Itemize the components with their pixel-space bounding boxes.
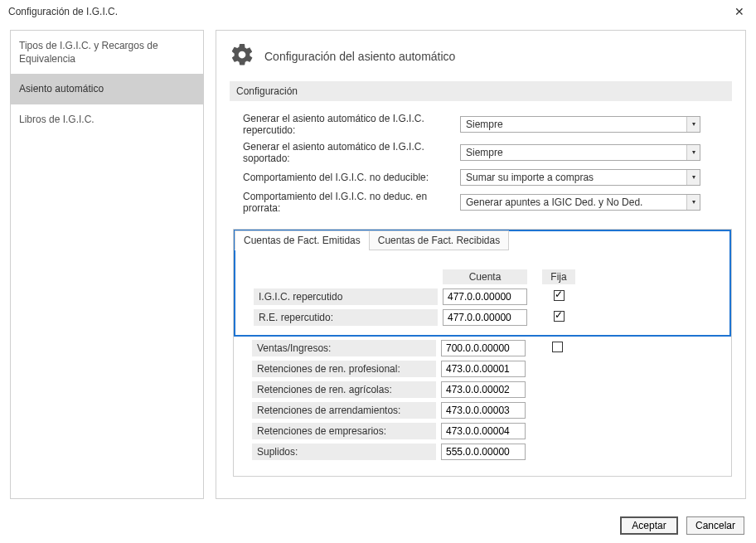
row-label: I.G.I.C. repercutido [254, 288, 438, 305]
tab-label: Cuentas de Fact. Emitidas [244, 235, 361, 246]
select-value: Siempre [461, 117, 686, 132]
accept-button[interactable]: Aceptar [620, 516, 678, 535]
label-soportado: Generar el asiento automático de I.G.I.C… [243, 141, 460, 164]
tab-emitidas[interactable]: Cuentas de Fact. Emitidas [235, 230, 370, 250]
row-label: R.E. repercutido: [254, 309, 438, 326]
select-value: Generar apuntes a IGIC Ded. y No Ded. [461, 195, 686, 210]
content-panel: Configuración del asiento automático Con… [216, 30, 746, 499]
table-row: R.E. repercutido: [254, 309, 718, 326]
row-label: Retenciones de empresarios: [252, 423, 436, 439]
label-prorrata: Comportamiento del I.G.I.C. no deduc. en… [243, 191, 460, 214]
sidebar-item-tipos[interactable]: Tipos de I.G.I.C. y Recargos de Equivale… [11, 31, 203, 74]
row-label: Ventas/Ingresos: [252, 340, 436, 356]
select-soportado[interactable]: Siempre ▾ [460, 144, 700, 161]
chevron-down-icon: ▾ [686, 145, 700, 160]
tab-label: Cuentas de Fact. Recibidas [378, 235, 500, 246]
tabs: Cuentas de Fact. Emitidas Cuentas de Fac… [235, 230, 729, 250]
cuenta-input[interactable] [441, 402, 526, 419]
select-repercutido[interactable]: Siempre ▾ [460, 116, 700, 133]
label-repercutido: Generar el asiento automático de I.G.I.C… [243, 113, 460, 136]
grid-header: Cuenta Fija [254, 269, 718, 284]
sidebar-item-label: Tipos de I.G.I.C. y Recargos de Equivale… [19, 40, 158, 65]
accounts-panel: Cuentas de Fact. Emitidas Cuentas de Fac… [233, 229, 732, 477]
sidebar-item-label: Asiento automático [19, 83, 104, 95]
window-title: Configuración de I.G.I.C. [8, 6, 118, 17]
section-title: Configuración del asiento automático [264, 50, 455, 63]
row-label: Retenciones de ren. profesional: [252, 361, 436, 377]
highlight-box: Cuentas de Fact. Emitidas Cuentas de Fac… [234, 230, 731, 337]
chevron-down-icon: ▾ [686, 117, 700, 132]
table-row: Retenciones de ren. profesional: [252, 361, 720, 377]
table-row: Retenciones de arrendamientos: [252, 402, 720, 419]
tab-recibidas[interactable]: Cuentas de Fact. Recibidas [369, 230, 509, 250]
chevron-down-icon: ▾ [686, 170, 700, 185]
select-value: Siempre [461, 145, 686, 160]
footer: Aceptar Cancelar [620, 516, 744, 535]
gear-icon [230, 42, 254, 70]
table-row: Ventas/Ingresos: [252, 340, 720, 356]
cuenta-input[interactable] [441, 340, 526, 356]
cuenta-input[interactable] [441, 361, 526, 377]
cuenta-input[interactable] [443, 309, 527, 326]
cuenta-input[interactable] [443, 288, 527, 305]
table-row: Suplidos: [252, 444, 720, 460]
col-cuenta: Cuenta [443, 269, 527, 284]
label-no-deducible: Comportamiento del I.G.I.C. no deducible… [243, 172, 460, 183]
form-rows: Generar el asiento automático de I.G.I.C… [243, 113, 732, 214]
fija-checkbox[interactable] [552, 342, 563, 352]
sidebar-item-label: Libros de I.G.I.C. [19, 114, 94, 125]
row-label: Retenciones de ren. agrícolas: [252, 381, 436, 398]
cuenta-input[interactable] [441, 444, 526, 460]
select-prorrata[interactable]: Generar apuntes a IGIC Ded. y No Ded. ▾ [460, 194, 700, 211]
cuenta-input[interactable] [441, 423, 526, 439]
fija-checkbox[interactable] [554, 311, 565, 322]
col-fija: Fija [542, 269, 575, 284]
subheader: Configuración [230, 81, 732, 101]
chevron-down-icon: ▾ [686, 195, 700, 210]
table-row: I.G.I.C. repercutido [254, 288, 718, 305]
sidebar-item-libros[interactable]: Libros de I.G.I.C. [11, 104, 203, 134]
section-header: Configuración del asiento automático [230, 42, 732, 70]
table-row: Retenciones de empresarios: [252, 423, 720, 439]
select-no-deducible[interactable]: Sumar su importe a compras ▾ [460, 169, 700, 186]
sidebar-item-asiento[interactable]: Asiento automático [11, 74, 203, 104]
cancel-button[interactable]: Cancelar [686, 516, 744, 535]
titlebar: Configuración de I.G.I.C. ✕ [0, 0, 756, 23]
cuenta-input[interactable] [441, 381, 526, 398]
sidebar: Tipos de I.G.I.C. y Recargos de Equivale… [10, 30, 204, 499]
close-icon[interactable]: ✕ [731, 5, 748, 18]
select-value: Sumar su importe a compras [461, 170, 686, 185]
row-label: Suplidos: [252, 444, 436, 460]
table-row: Retenciones de ren. agrícolas: [252, 381, 720, 398]
fija-checkbox[interactable] [554, 290, 565, 301]
row-label: Retenciones de arrendamientos: [252, 402, 436, 419]
